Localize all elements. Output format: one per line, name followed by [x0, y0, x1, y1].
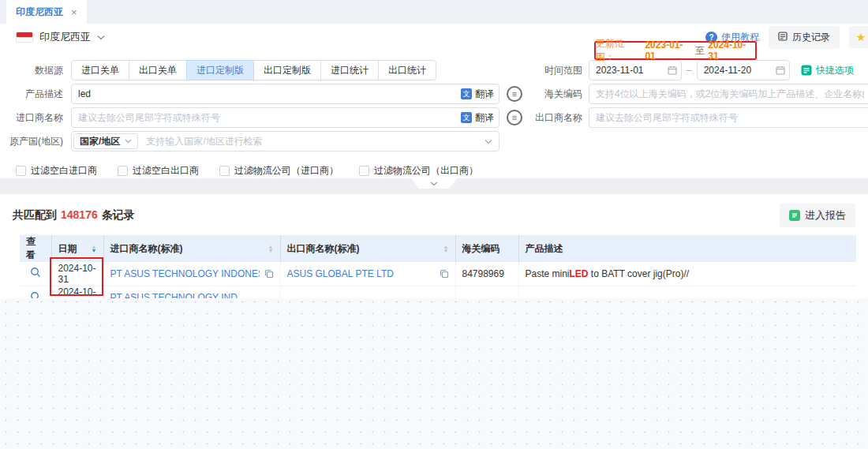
favorite-star-button[interactable]: ★ [849, 26, 868, 48]
copy-icon[interactable] [264, 269, 274, 279]
collapse-panel-handle[interactable] [411, 178, 457, 189]
data-source-segmented-control: 进口关单 出口关单 进口定制版 出口定制版 进口统计 出口统计 [71, 60, 436, 80]
time-range-label: 时间范围 [527, 64, 589, 77]
match-count-text: 共匹配到148176条记录 [13, 208, 135, 223]
tab-export-custom[interactable]: 出口定制版 [253, 60, 321, 80]
tab-import-declarations[interactable]: 进口关单 [71, 60, 129, 80]
chevron-down-icon [125, 139, 132, 144]
tab-import-statistics[interactable]: 进口统计 [320, 60, 379, 80]
product-desc-input[interactable] [71, 84, 499, 104]
chevron-down-icon [97, 35, 105, 40]
exporter-link[interactable]: ASUS GLOBAL PTE LTD [287, 268, 394, 279]
calendar-icon [776, 65, 785, 75]
origin-country-combo[interactable]: 国家/地区 支持输入国家/地区进行检索 [71, 131, 499, 152]
data-source-label: 数据源 [0, 64, 71, 77]
checkbox-filter-blank-importer[interactable]: 过滤空白进口商 [16, 164, 97, 178]
date-cell: 2024-10-31 [51, 286, 103, 298]
view-details-icon[interactable] [30, 291, 41, 299]
col-date: 日期▲▼ [51, 235, 103, 262]
update-range-to: 2024-10-31 [708, 39, 755, 62]
importer-row: 进口商名称 文 翻译 ≡ [0, 106, 527, 129]
origin-placeholder: 支持输入国家/地区进行检索 [146, 135, 485, 148]
importer-input[interactable] [71, 107, 499, 128]
chevron-down-icon [485, 139, 492, 144]
history-button[interactable]: 历史记录 [769, 26, 840, 49]
tab-label: 印度尼西亚 [16, 6, 63, 19]
panel-gap [0, 178, 868, 194]
tab-export-statistics[interactable]: 出口统计 [378, 60, 436, 80]
sort-icon[interactable]: ▲▼ [92, 245, 97, 253]
origin-country-row: 原产国(地区) 国家/地区 支持输入国家/地区进行检索 [0, 129, 527, 153]
origin-label: 原产国(地区) [0, 135, 71, 148]
tab-indonesia[interactable]: 印度尼西亚 × [6, 0, 87, 24]
col-hs-code: 海关编码 [455, 235, 518, 262]
quick-options-icon [801, 65, 812, 76]
exporter-row: 出口商名称 [527, 106, 868, 129]
importer-link[interactable]: PT ASUS TECHNOLOGY INDONESIA BA... [110, 268, 260, 279]
indonesia-flag-icon [16, 32, 33, 43]
exporter-label: 出口商名称 [527, 111, 589, 125]
checkbox[interactable] [219, 166, 230, 176]
checkbox-filter-logistics-importer[interactable]: 过滤物流公司（进口商） [219, 164, 339, 178]
results-table: 查看 日期▲▼ 进口商名称(标准)▲▼ 出口商名称(标准)▲▼ 海关编码 产品描… [20, 235, 856, 298]
filter-panel: 数据源 进口关单 出口关单 进口定制版 出口定制版 进口统计 出口统计 产品描述… [0, 51, 868, 178]
history-list-circle-icon[interactable]: ≡ [507, 110, 522, 125]
tab-close-icon[interactable]: × [71, 6, 77, 18]
translate-button[interactable]: 文 翻译 [458, 88, 494, 101]
checkbox[interactable] [359, 166, 369, 176]
history-list-circle-icon[interactable]: ≡ [507, 86, 522, 102]
col-importer: 进口商名称(标准)▲▼ [103, 235, 280, 262]
checkbox-filter-blank-exporter[interactable]: 过滤空白出口商 [118, 164, 199, 178]
product-desc-row: 产品描述 文 翻译 ≡ [0, 82, 527, 106]
hs-code-input[interactable] [589, 84, 868, 104]
sort-icon[interactable]: ▲▼ [268, 245, 274, 253]
record-count: 148176 [61, 208, 98, 221]
calendar-icon [668, 65, 677, 75]
quick-options-button[interactable]: 快捷选项 [801, 64, 854, 77]
country-name: 印度尼西亚 [39, 30, 91, 44]
time-range-row: 时间范围 – 快捷选项 [527, 58, 868, 82]
date-to-field[interactable] [697, 60, 790, 80]
translate-icon: 文 [461, 112, 472, 123]
update-range-label: 更新范围： [596, 37, 642, 64]
hs-code-cell: 84798969 [455, 262, 518, 286]
date-separator: – [687, 65, 692, 76]
checkbox-filter-logistics-exporter[interactable]: 过滤物流公司（出口商） [359, 164, 478, 178]
chevron-down-icon [430, 181, 438, 186]
view-details-icon[interactable] [30, 267, 41, 278]
history-label: 历史记录 [792, 31, 830, 44]
date-cell: 2024-10-31 [51, 262, 103, 286]
exporter-input[interactable] [589, 107, 868, 128]
checkbox[interactable] [118, 166, 128, 176]
country-region-select[interactable]: 国家/地区 [73, 133, 138, 149]
update-range-to-word: 至 [695, 44, 705, 58]
col-exporter: 出口商名称(标准)▲▼ [280, 235, 455, 262]
importer-link[interactable]: PT ASUS TECHNOLOGY IND [110, 292, 238, 298]
col-view: 查看 [20, 235, 51, 262]
update-range-annotation: 更新范围： 2023-01-01 至 2024-10-31 [594, 41, 757, 60]
translate-button[interactable]: 文 翻译 [458, 111, 494, 125]
sort-icon[interactable]: ▲▼ [443, 245, 449, 253]
table-row[interactable]: 2024-10-31 PT ASUS TECHNOLOGY INDONESIA … [20, 262, 856, 286]
tab-bar: 印度尼西亚 × [0, 0, 868, 24]
country-selector[interactable]: 印度尼西亚 [16, 30, 105, 44]
col-product-desc: 产品描述 [518, 235, 856, 262]
table-header-row: 查看 日期▲▼ 进口商名称(标准)▲▼ 出口商名称(标准)▲▼ 海关编码 产品描… [20, 235, 856, 262]
copy-icon[interactable] [440, 269, 449, 279]
product-desc-label: 产品描述 [0, 88, 71, 101]
data-source-row: 数据源 进口关单 出口关单 进口定制版 出口定制版 进口统计 出口统计 [0, 58, 527, 82]
translate-icon: 文 [461, 88, 472, 99]
table-row[interactable]: 2024-10-31 PT ASUS TECHNOLOGY IND [20, 286, 856, 298]
enter-report-button[interactable]: 进入报告 [780, 204, 855, 227]
importer-label: 进口商名称 [0, 111, 71, 125]
tab-export-declarations[interactable]: 出口关单 [129, 60, 187, 80]
tab-import-custom[interactable]: 进口定制版 [186, 60, 254, 80]
product-desc-cell: Paste miniLED to BATT cover jig(Pro)// [518, 262, 856, 286]
hs-code-label: 海关编码 [527, 88, 589, 101]
results-panel: 共匹配到148176条记录 进入报告 查看 日期▲▼ 进口商名称(标准)▲▼ 出… [0, 194, 868, 298]
star-icon: ★ [856, 31, 866, 43]
report-icon [789, 210, 800, 221]
checkbox[interactable] [16, 166, 26, 176]
history-icon [778, 32, 788, 43]
hs-code-row: 海关编码 [527, 82, 868, 106]
